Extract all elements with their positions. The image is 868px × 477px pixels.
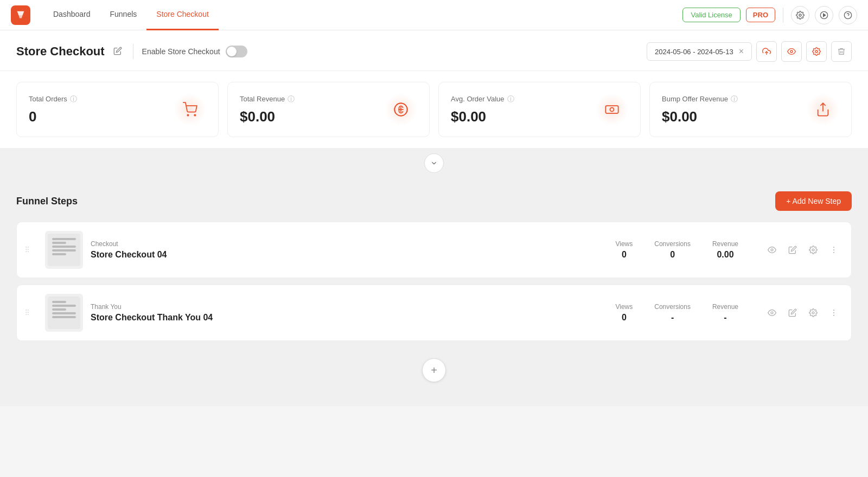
upload-button[interactable] — [756, 41, 777, 62]
stat-bump-offer: Bump Offer Revenue ⓘ $0.00 — [649, 82, 852, 137]
settings-page-button[interactable] — [806, 41, 827, 62]
delete-button[interactable] — [831, 41, 852, 62]
total-orders-info-icon[interactable]: ⓘ — [70, 94, 77, 104]
svg-point-37 — [833, 315, 834, 316]
svg-point-29 — [25, 312, 27, 313]
bump-offer-info-icon[interactable]: ⓘ — [731, 94, 738, 104]
thumbnail-preview-2 — [48, 296, 80, 329]
metric-conversions-2: Conversions - — [654, 303, 691, 323]
nav-dashboard[interactable]: Dashboard — [43, 0, 100, 30]
drag-handle-2[interactable] — [17, 298, 37, 328]
step-info-2: Thank You Store Checkout Thank You 04 — [91, 293, 599, 332]
nav-store-checkout[interactable]: Store Checkout — [146, 0, 219, 30]
thumb-line — [52, 238, 76, 240]
svg-rect-13 — [605, 106, 618, 113]
metric-views-2: Views 0 — [615, 303, 633, 323]
step-more-button-2[interactable] — [825, 304, 843, 321]
step-preview-button-1[interactable] — [763, 241, 781, 259]
step-actions-1 — [755, 241, 851, 259]
add-step-row: + — [16, 347, 852, 393]
svg-point-33 — [771, 312, 773, 314]
svg-point-19 — [28, 249, 29, 250]
metric-revenue-1: Revenue 0.00 — [712, 240, 738, 260]
svg-point-30 — [28, 312, 29, 313]
metric-conversions-1: Conversions 0 — [654, 240, 691, 260]
step-thumbnail-1 — [45, 231, 83, 269]
svg-point-8 — [187, 114, 188, 115]
stat-total-orders-value: 0 — [29, 108, 77, 125]
app-logo[interactable] — [11, 5, 30, 25]
edit-title-button[interactable] — [111, 44, 124, 59]
revenue-value-2: - — [712, 313, 738, 323]
thumb-line — [52, 316, 76, 318]
step-card-checkout: Checkout Store Checkout 04 Views 0 Conve… — [16, 222, 852, 278]
svg-marker-2 — [824, 14, 826, 16]
svg-point-0 — [799, 14, 801, 16]
dollar-icon — [385, 93, 417, 126]
step-settings-button-1[interactable] — [805, 241, 822, 259]
enable-toggle[interactable] — [226, 46, 247, 57]
step-more-button-1[interactable] — [825, 241, 843, 259]
step-actions-2 — [755, 304, 851, 321]
help-nav-button[interactable] — [839, 6, 857, 24]
step-settings-button-2[interactable] — [805, 304, 822, 321]
preview-button[interactable] — [781, 41, 802, 62]
thumb-line — [52, 253, 66, 255]
conversions-value-2: - — [654, 313, 691, 323]
views-value-2: 0 — [615, 313, 633, 323]
share-icon — [807, 93, 839, 126]
svg-point-27 — [25, 310, 27, 311]
funnel-title: Funnel Steps — [16, 196, 78, 207]
toggle-knob — [227, 47, 237, 56]
stat-bump-offer-label: Bump Offer Revenue ⓘ — [662, 94, 738, 104]
stat-total-revenue-label: Total Revenue ⓘ — [240, 94, 295, 104]
svg-point-6 — [790, 50, 793, 53]
svg-point-14 — [610, 108, 614, 112]
date-range-picker[interactable]: 2024-05-06 - 2024-05-13 × — [647, 42, 752, 61]
stat-total-revenue: Total Revenue ⓘ $0.00 — [227, 82, 430, 137]
add-circle-button[interactable]: + — [422, 358, 446, 382]
stats-grid: Total Orders ⓘ 0 Total Revenue ⓘ $0.00 — [16, 82, 852, 137]
svg-point-18 — [25, 249, 27, 250]
total-revenue-info-icon[interactable]: ⓘ — [288, 94, 295, 104]
stat-total-orders-label: Total Orders ⓘ — [29, 94, 77, 104]
valid-license-button[interactable]: Valid License — [682, 8, 740, 22]
svg-point-31 — [25, 314, 27, 315]
step-preview-button-2[interactable] — [763, 304, 781, 321]
header-divider — [133, 44, 133, 59]
settings-nav-button[interactable] — [791, 6, 809, 24]
thumb-line — [52, 305, 76, 307]
svg-point-32 — [28, 314, 29, 315]
svg-point-17 — [28, 247, 29, 248]
nav-funnels[interactable]: Funnels — [100, 0, 147, 30]
date-range-value: 2024-05-06 - 2024-05-13 — [655, 48, 733, 56]
stat-avg-order-content: Avg. Order Value ⓘ $0.00 — [451, 94, 514, 125]
page-title: Store Checkout — [16, 44, 105, 59]
stat-total-orders-content: Total Orders ⓘ 0 — [29, 94, 77, 125]
stat-total-revenue-value: $0.00 — [240, 108, 295, 125]
stat-avg-order-value: $0.00 — [451, 108, 514, 125]
collapse-button[interactable] — [424, 153, 444, 173]
step-edit-button-2[interactable] — [784, 304, 801, 321]
step-edit-button-1[interactable] — [784, 241, 801, 259]
pro-button[interactable]: PRO — [746, 8, 775, 22]
drag-handle-1[interactable] — [17, 235, 37, 266]
stat-bump-offer-content: Bump Offer Revenue ⓘ $0.00 — [662, 94, 738, 125]
step-name-2: Store Checkout Thank You 04 — [91, 313, 599, 323]
svg-point-21 — [28, 251, 29, 252]
stat-total-revenue-content: Total Revenue ⓘ $0.00 — [240, 94, 295, 125]
revenue-label-1: Revenue — [712, 240, 738, 248]
play-nav-button[interactable] — [815, 6, 833, 24]
top-navigation: Dashboard Funnels Store Checkout Valid L… — [0, 0, 868, 30]
nav-items: Dashboard Funnels Store Checkout — [43, 0, 682, 30]
svg-point-25 — [833, 249, 834, 250]
nav-right: Valid License PRO — [682, 6, 857, 24]
views-value-1: 0 — [615, 250, 633, 260]
add-new-step-button[interactable]: + Add New Step — [775, 191, 852, 211]
svg-point-7 — [815, 50, 818, 53]
date-clear-button[interactable]: × — [739, 47, 744, 56]
svg-point-24 — [833, 247, 834, 248]
header-right: 2024-05-06 - 2024-05-13 × — [647, 41, 852, 62]
stats-section: Total Orders ⓘ 0 Total Revenue ⓘ $0.00 — [0, 71, 868, 148]
avg-order-info-icon[interactable]: ⓘ — [507, 94, 514, 104]
